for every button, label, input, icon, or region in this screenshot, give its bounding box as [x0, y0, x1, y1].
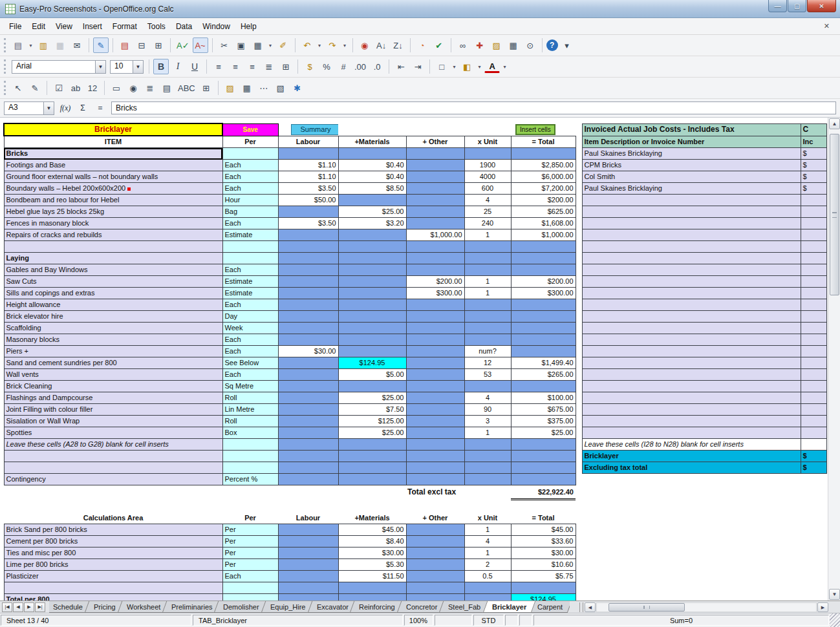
cell-per[interactable]: Per: [222, 524, 278, 536]
cell-item[interactable]: [4, 582, 222, 594]
vertical-scroll-thumb[interactable]: [830, 134, 839, 295]
cell-per[interactable]: See Below: [222, 357, 278, 369]
cell[interactable]: [338, 500, 406, 513]
cell-other[interactable]: [406, 536, 464, 547]
cell-labour[interactable]: $3.50: [278, 218, 338, 229]
cell-gap[interactable]: [576, 311, 582, 323]
cell-unit[interactable]: [464, 439, 511, 451]
cell-description[interactable]: Excluding tax total: [582, 462, 801, 474]
cell-description[interactable]: [582, 334, 801, 346]
cell[interactable]: [406, 123, 464, 136]
cell-inc-cut[interactable]: [801, 474, 826, 485]
cell-gap[interactable]: [576, 334, 582, 346]
cell-other[interactable]: [406, 582, 464, 594]
cell-item[interactable]: Repairs of cracks and rebuilds: [4, 229, 222, 241]
cell-other[interactable]: [406, 299, 464, 311]
cell-other[interactable]: [406, 369, 464, 381]
cell-inc-cut[interactable]: [801, 299, 826, 311]
cell-unit[interactable]: [464, 462, 511, 474]
cell-total[interactable]: [511, 582, 576, 594]
cell-description[interactable]: [582, 392, 801, 404]
cell-total[interactable]: [511, 381, 576, 392]
horizontal-scroll-track[interactable]: [596, 602, 817, 612]
cell-per[interactable]: Each: [222, 369, 278, 381]
cell-other[interactable]: [406, 474, 464, 485]
cell-gap[interactable]: [576, 547, 582, 559]
cell-unit[interactable]: 25: [464, 206, 511, 218]
cell-inc-cut[interactable]: $: [801, 462, 826, 474]
cell-unit[interactable]: num?: [464, 346, 511, 357]
cell-other[interactable]: [406, 547, 464, 559]
cell-inc-cut[interactable]: [801, 241, 826, 253]
cell-gap[interactable]: [576, 524, 582, 536]
cell-gap[interactable]: [576, 427, 582, 439]
cell-labour[interactable]: $1.10: [278, 171, 338, 183]
cell-labour[interactable]: $1.10: [278, 160, 338, 171]
cell[interactable]: [338, 485, 406, 500]
cell-total[interactable]: [511, 462, 576, 474]
cell-inc-cut[interactable]: [801, 323, 826, 334]
cell-total[interactable]: [511, 311, 576, 323]
scroll-down-icon[interactable]: ▼: [829, 589, 840, 600]
cell-inc-cut[interactable]: [801, 276, 826, 288]
cell-total[interactable]: [511, 451, 576, 462]
cell[interactable]: [801, 485, 826, 500]
cell-item[interactable]: Plasticizer: [4, 571, 222, 582]
scroll-left-icon[interactable]: ◀: [585, 602, 596, 612]
cell-materials[interactable]: [338, 346, 406, 357]
cell-materials[interactable]: $8.50: [338, 183, 406, 195]
cell-total[interactable]: [511, 253, 576, 264]
cell-inc-cut[interactable]: [801, 357, 826, 369]
cell-unit[interactable]: 53: [464, 369, 511, 381]
spelling-icon[interactable]: A✓: [175, 37, 191, 53]
cell-labour[interactable]: [278, 524, 338, 536]
cell[interactable]: [576, 500, 582, 513]
cell-per[interactable]: Box: [222, 427, 278, 439]
tab-preliminaries[interactable]: Preliminaries: [162, 601, 222, 613]
cell-inc-cut[interactable]: [801, 218, 826, 229]
cell-labour[interactable]: [278, 148, 338, 160]
cell-per[interactable]: Per: [222, 536, 278, 547]
cell-unit[interactable]: [464, 451, 511, 462]
cell-inc-cut[interactable]: $: [801, 451, 826, 462]
menu-edit[interactable]: Edit: [27, 19, 50, 34]
cell-materials[interactable]: $7.50: [338, 404, 406, 416]
cell[interactable]: [582, 485, 801, 500]
cell-per[interactable]: Each: [222, 171, 278, 183]
percent-icon[interactable]: %: [319, 59, 334, 74]
cell-description[interactable]: [582, 276, 801, 288]
cell-labour[interactable]: [278, 264, 338, 276]
cell[interactable]: [338, 123, 406, 136]
cell-labour[interactable]: [278, 323, 338, 334]
cell-gap[interactable]: [576, 288, 582, 299]
cell[interactable]: [4, 500, 222, 513]
cell-description[interactable]: [582, 311, 801, 323]
font-color-icon-dropdown[interactable]: ▾: [501, 64, 508, 70]
checkmark-icon[interactable]: ✔: [431, 37, 447, 53]
bricklayer-title-cell[interactable]: Bricklayer: [4, 123, 222, 136]
increase-indent-icon[interactable]: ⇥: [410, 59, 425, 74]
menu-format[interactable]: Format: [107, 19, 142, 34]
cell-item[interactable]: Wall vents: [4, 369, 222, 381]
cell-unit[interactable]: [464, 311, 511, 323]
tab-equip_hire[interactable]: Equip_Hire: [261, 601, 315, 613]
cell-materials[interactable]: [338, 229, 406, 241]
paste-icon[interactable]: ▦: [250, 37, 266, 53]
cell-materials[interactable]: [338, 474, 406, 485]
cell-materials[interactable]: [338, 299, 406, 311]
cell-labour[interactable]: [278, 571, 338, 582]
cell-materials[interactable]: $11.50: [338, 571, 406, 582]
cell-item[interactable]: Brick Sand per 800 bricks: [4, 524, 222, 536]
cell-other[interactable]: [406, 462, 464, 474]
redo-icon[interactable]: ↷: [325, 37, 340, 53]
cell-materials[interactable]: [338, 264, 406, 276]
name-box[interactable]: A3 ▼: [4, 101, 54, 115]
cell-unit[interactable]: 0.5: [464, 571, 511, 582]
align-left-icon[interactable]: ≡: [211, 59, 226, 74]
cell-item[interactable]: Saw Cuts: [4, 276, 222, 288]
edit-file-icon[interactable]: ✎: [93, 37, 109, 53]
cell-description[interactable]: [582, 474, 801, 485]
chevron-down-icon[interactable]: ▼: [95, 61, 105, 73]
cell-description[interactable]: [582, 404, 801, 416]
checkbox-icon[interactable]: ☑: [51, 80, 67, 96]
